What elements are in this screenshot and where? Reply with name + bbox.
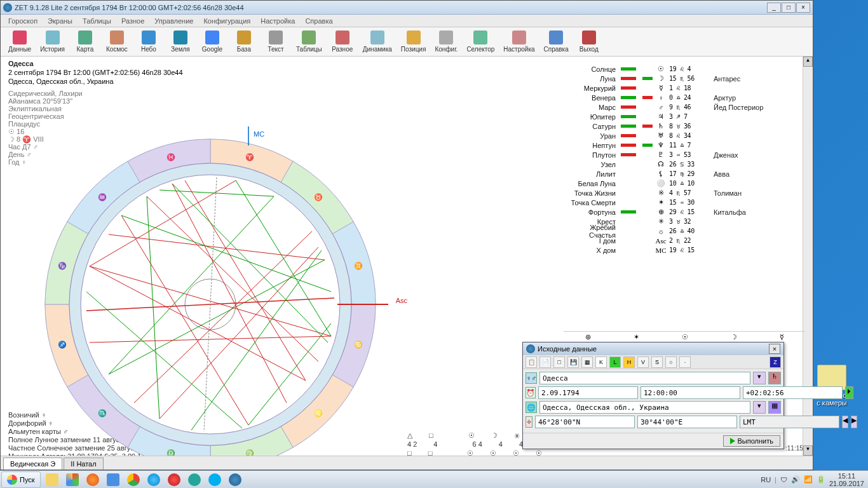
tray-battery-icon[interactable]: 🔋 [817, 475, 825, 484]
name-input[interactable] [539, 372, 750, 384]
time-ok-button[interactable]: ⏵ [845, 386, 853, 399]
bottom-tabs: Ведическая Э II Натал [1, 456, 813, 470]
lat-input[interactable] [535, 416, 635, 428]
svg-text:♊: ♊ [354, 261, 363, 270]
status-time: :11:15 [785, 445, 803, 452]
dlg-l-icon[interactable]: L [609, 356, 621, 368]
svg-text:♎: ♎ [166, 449, 175, 456]
execute-button[interactable]: Выполнить [723, 435, 780, 447]
dlg-db-icon[interactable]: ▦ [581, 356, 593, 368]
tab-natal[interactable]: II Натал [64, 458, 103, 470]
coord-icon[interactable]: ✧ [526, 416, 532, 428]
dlg-paste-icon[interactable]: 📄 [539, 356, 551, 368]
menu-settings[interactable]: Настройка [257, 16, 299, 26]
lang-indicator[interactable]: RU [761, 476, 771, 484]
start-button[interactable]: Пуск [1, 471, 41, 488]
dialog-close-button[interactable]: × [769, 344, 780, 354]
tool-справка[interactable]: Справка [540, 29, 573, 54]
tool-icon [407, 30, 421, 44]
next-button[interactable]: ▶ [851, 416, 857, 428]
tool-небо[interactable]: Небо [133, 29, 164, 54]
maximize-button[interactable]: □ [782, 3, 796, 13]
tb-skype[interactable] [205, 472, 224, 487]
tool-позиция[interactable]: Позиция [397, 29, 430, 54]
tray-network-icon[interactable]: 📶 [804, 475, 813, 484]
asc-label: Asc [396, 297, 407, 304]
tool-динамика[interactable]: Динамика [359, 29, 396, 54]
tray-clock[interactable]: 15:11 21.09.2017 [829, 472, 864, 487]
tool-конфиг.[interactable]: Конфиг. [431, 29, 461, 54]
menu-misc[interactable]: Разное [118, 16, 148, 26]
desktop-folder[interactable]: мои записи с камеры [811, 365, 853, 407]
tb-firefox[interactable] [83, 472, 102, 487]
tool-история[interactable]: История [36, 29, 69, 54]
tool-база[interactable]: База [229, 29, 259, 54]
tool-настройка[interactable]: Настройка [499, 29, 538, 54]
menu-config[interactable]: Конфигурация [200, 16, 254, 26]
menu-help[interactable]: Справка [301, 16, 336, 26]
place-map-button[interactable]: ▦ [768, 401, 781, 414]
menu-tables[interactable]: Таблицы [79, 16, 115, 26]
minimize-button[interactable]: _ [767, 3, 781, 13]
time-input[interactable] [641, 386, 740, 399]
tool-земля[interactable]: Земля [165, 29, 196, 54]
titlebar[interactable]: ZET 9.1.28 Lite 2 сентября 1794 Вт 12:00… [1, 1, 813, 15]
offset-input[interactable] [743, 386, 843, 399]
position-row: Белая Луна⚪10 ♎ 10 [564, 179, 805, 188]
tray-flag-icon[interactable]: 🛡 [780, 476, 787, 484]
tb-zet[interactable] [226, 472, 245, 487]
windows-orb-icon [7, 475, 17, 485]
dlg-h-icon[interactable]: H [623, 356, 635, 368]
menu-horoscope[interactable]: Гороскоп [4, 16, 41, 26]
tz-input[interactable] [740, 416, 839, 428]
chart-wheel[interactable]: ♈♉♊♋♌♍♎♏♐♑♒♓ [32, 126, 388, 456]
date-input[interactable] [538, 386, 638, 399]
close-button[interactable]: × [796, 3, 810, 13]
menu-control[interactable]: Управление [151, 16, 197, 26]
tool-космос[interactable]: Космос [102, 29, 132, 54]
tool-таблицы[interactable]: Таблицы [292, 29, 326, 54]
position-row: I домAsc 2 ♏ 22 [564, 236, 805, 245]
dlg-z-icon[interactable]: Z [770, 356, 781, 368]
tool-icon [336, 30, 349, 44]
tool-icon [205, 30, 219, 44]
date-icon[interactable]: ⏰ [526, 387, 536, 398]
place-dropdown-button[interactable]: ▾ [753, 401, 766, 414]
menu-screens[interactable]: Экраны [44, 16, 76, 26]
dlg-k-icon[interactable]: K [595, 356, 607, 368]
place-icon[interactable]: 🌐 [526, 402, 537, 413]
name-extra-button[interactable]: ♄ [768, 372, 781, 384]
tb-chrome[interactable] [124, 472, 143, 487]
tool-селектор[interactable]: Селектор [463, 29, 498, 54]
tool-icon [512, 30, 526, 44]
position-row: Луна☽15 ♏ 56Антарес [564, 74, 805, 83]
dlg-v-icon[interactable]: V [637, 356, 649, 368]
tb-explorer[interactable] [43, 472, 62, 487]
dlg-dot-icon[interactable]: · [679, 356, 691, 368]
name-dropdown-button[interactable]: ▾ [753, 372, 766, 384]
dialog-titlebar[interactable]: Исходные данные × [523, 342, 783, 355]
tb-paint[interactable] [63, 472, 82, 487]
tool-карта[interactable]: Карта [70, 29, 100, 54]
dlg-s-icon[interactable]: S [651, 356, 663, 368]
scroll-down-button[interactable]: ▼ [803, 445, 813, 456]
tab-vedic[interactable]: Ведическая Э [3, 458, 62, 470]
dlg-save-icon[interactable]: 💾 [567, 356, 579, 368]
tool-выход[interactable]: Выход [574, 29, 604, 54]
lon-input[interactable] [637, 416, 737, 428]
tool-google[interactable]: Google [197, 29, 227, 54]
tb-ie[interactable] [144, 472, 163, 487]
tb-opera[interactable] [165, 472, 184, 487]
tb-mail[interactable] [185, 472, 204, 487]
tray-volume-icon[interactable]: 🔊 [791, 475, 800, 484]
dlg-new-icon[interactable]: □ [553, 356, 565, 368]
tb-app-a[interactable] [104, 472, 123, 487]
tool-данные[interactable]: Данные [4, 29, 35, 54]
prev-button[interactable]: ◀ [842, 416, 848, 428]
dlg-copy-icon[interactable]: 📋 [526, 356, 537, 368]
place-input[interactable] [539, 401, 750, 414]
tool-текст[interactable]: Текст [261, 29, 291, 54]
tool-разное[interactable]: Разное [327, 29, 358, 54]
gender-icon[interactable]: ♀♂ [526, 372, 537, 384]
dlg-o-icon[interactable]: ○ [665, 356, 677, 368]
